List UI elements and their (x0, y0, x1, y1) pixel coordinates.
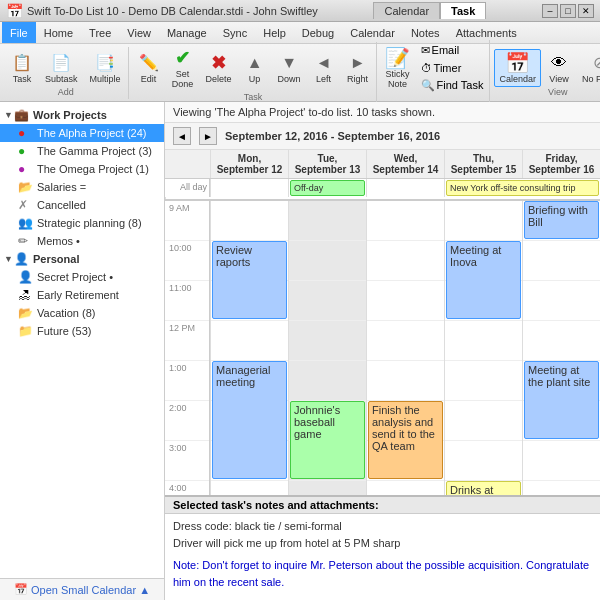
sidebar-item-gamma[interactable]: ● The Gamma Project (3) (0, 142, 164, 160)
subtask-button[interactable]: 📄 Subtask (40, 49, 83, 87)
secret-label: Secret Project • (37, 271, 113, 283)
sidebar-item-memos[interactable]: ✏ Memos • (0, 232, 164, 250)
sidebar-item-salaries[interactable]: 📂 Salaries = (0, 178, 164, 196)
maximize-button[interactable]: □ (560, 4, 576, 18)
view-button[interactable]: 👁 View (543, 49, 575, 87)
menu-tree[interactable]: Tree (81, 22, 119, 43)
day1-cell-0 (289, 201, 366, 241)
ny-consulting-event[interactable]: New York off-site consulting trip (446, 180, 599, 196)
briefing-bill-event[interactable]: Briefing with Bill (524, 201, 599, 239)
day-col-1: Johnnie's baseball game (288, 201, 366, 495)
day3-cell-5 (445, 401, 522, 441)
toolbar-group-sticky: 📝 StickyNote ✉ Email ⏱ Timer 🔍 Find Task (379, 40, 491, 106)
plant-site-event[interactable]: Meeting at the plant site (524, 361, 599, 439)
calendar-view-button[interactable]: 📅 Calendar (494, 49, 541, 87)
menu-file[interactable]: File (2, 22, 36, 43)
left-button[interactable]: ◄ Left (308, 49, 340, 87)
sidebar-item-secret[interactable]: 👤 Secret Project • (0, 268, 164, 286)
close-button[interactable]: ✕ (578, 4, 594, 18)
meeting-inova-event[interactable]: Meeting at Inova (446, 241, 521, 319)
timer-button[interactable]: ⏱ Timer (417, 60, 488, 76)
baseball-game-event[interactable]: Johnnie's baseball game (290, 401, 365, 479)
day3-cell-4 (445, 361, 522, 401)
drinks-event[interactable]: Drinks at Luigi's (446, 481, 521, 495)
notes-content: Dress code: black tie / semi-formal Driv… (165, 514, 600, 600)
time-4: 4:00 (165, 481, 209, 495)
tab-task[interactable]: Task (440, 2, 486, 19)
memos-label: Memos • (37, 235, 80, 247)
right-icon: ► (347, 52, 369, 74)
review-raports-event[interactable]: Review raports (212, 241, 287, 319)
calendar-nav: ◄ ► September 12, 2016 - September 16, 2… (165, 123, 600, 150)
calendar-area: Viewing 'The Alpha Project' to-do list. … (165, 102, 600, 495)
next-nav-button[interactable]: ► (199, 127, 217, 145)
menu-view[interactable]: View (119, 22, 159, 43)
open-small-calendar-button[interactable]: 📅 Open Small Calendar ▲ (0, 578, 164, 600)
gamma-label: The Gamma Project (3) (37, 145, 152, 157)
expand-personal-icon[interactable]: ▼ (4, 254, 14, 264)
sidebar: ▼ 💼 Work Projects ● The Alpha Project (2… (0, 102, 165, 600)
group-personal[interactable]: ▼ 👤 Personal (0, 250, 164, 268)
toolbar-group-view: 📅 Calendar 👁 View ⊘ No Filter View (492, 47, 600, 99)
sidebar-item-cancelled[interactable]: ✗ Cancelled (0, 196, 164, 214)
toolbar-sticky-buttons: 📝 StickyNote ✉ Email ⏱ Timer 🔍 Find Task (381, 42, 488, 94)
down-icon: ▼ (278, 52, 300, 74)
toolbar-add-buttons: 📋 Task 📄 Subtask 📑 Multiple (6, 49, 126, 87)
multiple-button[interactable]: 📑 Multiple (85, 49, 126, 87)
allday-label: All day (165, 179, 210, 197)
toolbar-view-buttons: 📅 Calendar 👁 View ⊘ No Filter (494, 49, 600, 87)
sidebar-item-omega[interactable]: ● The Omega Project (1) (0, 160, 164, 178)
offday-event[interactable]: Off-day (290, 180, 365, 196)
prev-nav-button[interactable]: ◄ (173, 127, 191, 145)
day2-cell-4 (367, 361, 444, 401)
right-button[interactable]: ► Right (342, 49, 374, 87)
finish-analysis-event[interactable]: Finish the analysis and send it to the Q… (368, 401, 443, 479)
edit-icon: ✏️ (138, 52, 160, 74)
allday-row: All day Off-day New York off-site consul… (165, 179, 600, 201)
menu-debug[interactable]: Debug (294, 22, 342, 43)
task-button[interactable]: 📋 Task (6, 49, 38, 87)
menu-home[interactable]: Home (36, 22, 81, 43)
find-task-button[interactable]: 🔍 Find Task (417, 77, 488, 94)
sticky-note-icon: 📝 (387, 47, 409, 69)
cancelled-label: Cancelled (37, 199, 86, 211)
early-retirement-label: Early Retirement (37, 289, 119, 301)
group-work-projects[interactable]: ▼ 💼 Work Projects (0, 106, 164, 124)
day2-cell-1 (367, 241, 444, 281)
no-filter-button[interactable]: ⊘ No Filter (577, 49, 600, 87)
task-group-label: Task (133, 92, 374, 102)
delete-button[interactable]: ✖ Delete (201, 49, 237, 87)
early-retirement-icon: 🏖 (18, 288, 34, 302)
set-done-button[interactable]: ✔ SetDone (167, 44, 199, 92)
up-button[interactable]: ▲ Up (239, 49, 271, 87)
day-col-4: Briefing with Bill Meeting at the plant … (522, 201, 600, 495)
managerial-meeting-event[interactable]: Managerial meeting (212, 361, 287, 479)
red-dot-icon: ● (18, 126, 34, 140)
day-header-4: Friday, September 16 (522, 150, 600, 178)
sidebar-item-future[interactable]: 📁 Future (53) (0, 322, 164, 340)
filter-icon: ⊘ (588, 52, 600, 74)
vacation-icon: 📂 (18, 306, 34, 320)
expand-work-icon[interactable]: ▼ (4, 110, 14, 120)
edit-button[interactable]: ✏️ Edit (133, 49, 165, 87)
eye-icon: 👁 (548, 52, 570, 74)
email-button[interactable]: ✉ Email (417, 42, 488, 59)
tab-calendar[interactable]: Calendar (373, 2, 440, 19)
menu-sync[interactable]: Sync (215, 22, 255, 43)
sticky-note-button[interactable]: 📝 StickyNote (381, 44, 415, 92)
sidebar-item-vacation[interactable]: 📂 Vacation (8) (0, 304, 164, 322)
sidebar-item-strategic[interactable]: 👥 Strategic planning (8) (0, 214, 164, 232)
sidebar-item-early-retirement[interactable]: 🏖 Early Retirement (0, 286, 164, 304)
alpha-label: The Alpha Project (24) (37, 127, 146, 139)
day4-cell-2 (523, 281, 600, 321)
down-button[interactable]: ▼ Down (273, 49, 306, 87)
title-bar: 📅 Swift To-Do List 10 - Demo DB Calendar… (0, 0, 600, 22)
menu-help[interactable]: Help (255, 22, 294, 43)
day-header-1: Tue, September 13 (288, 150, 366, 178)
minimize-button[interactable]: – (542, 4, 558, 18)
sidebar-item-alpha[interactable]: ● The Alpha Project (24) (0, 124, 164, 142)
time-column: 9 AM 10:00 11:00 12 PM 1:00 2:00 3:00 4:… (165, 201, 210, 495)
menu-manage[interactable]: Manage (159, 22, 215, 43)
search-icon: 🔍 (421, 79, 435, 92)
day2-cell-0 (367, 201, 444, 241)
